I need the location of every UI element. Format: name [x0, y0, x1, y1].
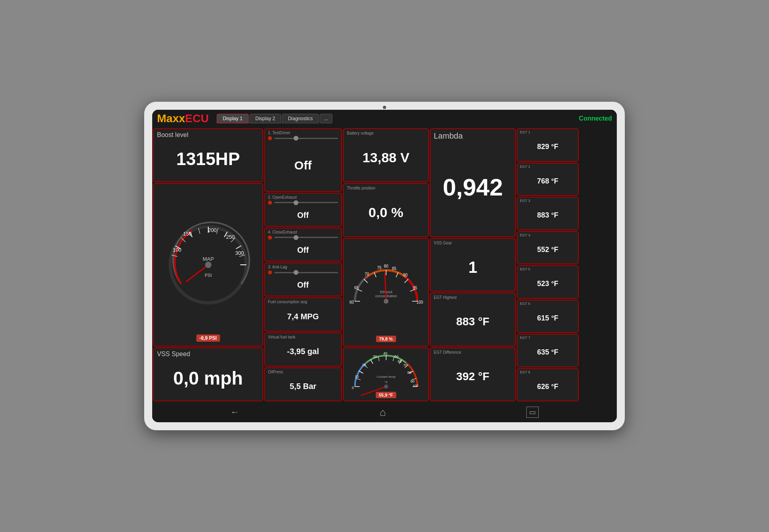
open-exhaust-switch [268, 201, 338, 205]
svg-text:100: 100 [416, 300, 423, 304]
top-bar: MaxxECU Display 1 Display 2 Diagnostics … [152, 110, 617, 127]
navigation-bar: ← ⌂ ▭ [152, 402, 617, 422]
virtual-fuel-tank-label: Virtual fuel tank [268, 335, 338, 339]
svg-text:300: 300 [235, 250, 244, 256]
back-button[interactable]: ← [230, 407, 239, 417]
lambda-corra-cell: EGT Highest 883 °F [430, 292, 516, 347]
svg-point-45 [384, 299, 389, 304]
svg-text:100: 100 [173, 247, 181, 253]
open-exhaust-label: 2. OpenExhaust [268, 195, 338, 200]
egt2-label: EGT 2 [520, 165, 576, 169]
fuel-consumption-label: Fuel consumption avg [268, 300, 338, 304]
egt4-cell: EGT 4552 °F [517, 231, 579, 265]
connection-status: Connected [579, 115, 612, 122]
logo-ecu: ECU [185, 112, 209, 125]
ethanol-gauge-cell: 60 65 70 75 80 85 90 95 100 Ethanol conc… [343, 238, 429, 347]
egt8-value: 626 °F [520, 374, 576, 400]
anti-lag-cell: 3. Anti-LagOff [264, 262, 342, 296]
egt4-label: EGT 4 [520, 233, 576, 237]
svg-line-48 [359, 371, 363, 373]
oil-press-value: 5,5 Bar [268, 374, 338, 399]
svg-text:90: 90 [403, 273, 408, 277]
screen: MaxxECU Display 1 Display 2 Diagnostics … [152, 110, 617, 422]
camera [383, 106, 386, 109]
anti-lag-label: 3. Anti-Lag [268, 265, 338, 269]
egt7-cell: EGT 7635 °F [517, 334, 579, 367]
fuel-consumption-value: 7,4 MPG [268, 304, 338, 329]
svg-text:70: 70 [364, 272, 369, 276]
ethanol-gauge-badge: 79,8 % [376, 336, 396, 342]
throttle-value: 0,0 % [347, 191, 425, 234]
logo-maxx: Maxx [157, 112, 185, 125]
lambda-corrb-label: EGT Difference [434, 350, 512, 355]
dashboard: Boost level 1315HP [152, 127, 617, 402]
coolant-gauge-badge: 55,9 °F [376, 392, 397, 398]
virtual-fuel-tank-value: -3,95 gal [268, 339, 338, 364]
egt5-value: 523 °F [520, 271, 576, 297]
svg-text:40: 40 [383, 351, 387, 355]
vss-speed-value: 0,0 mph [157, 358, 259, 399]
svg-point-22 [205, 262, 211, 268]
egt6-value: 615 °F [520, 306, 576, 331]
svg-text:50: 50 [394, 355, 398, 359]
svg-text:10: 10 [354, 375, 358, 379]
egt6-cell: EGT 6615 °F [517, 300, 579, 333]
open-exhaust-cell: 2. OpenExhaustOff [264, 193, 342, 227]
home-button[interactable]: ⌂ [380, 406, 386, 419]
tab-display2[interactable]: Display 2 [250, 114, 281, 123]
svg-text:85: 85 [392, 266, 397, 271]
egt4-value: 552 °F [520, 237, 576, 263]
egt6-label: EGT 6 [520, 302, 576, 306]
virtual-fuel-tank-cell: Virtual fuel tank-3,95 gal [264, 332, 342, 367]
egt2-cell: EGT 2768 °F [517, 163, 579, 196]
tab-diagnostics[interactable]: Diagnostics [282, 114, 319, 123]
coolant-gauge-svg: 0 10 20 30 40 Coolant temp 50 60 70 80 9… [348, 351, 424, 399]
svg-text:30: 30 [372, 355, 376, 359]
egt5-cell: EGT 5523 °F [517, 265, 579, 299]
tab-bar: Display 1 Display 2 Diagnostics ... [217, 114, 579, 123]
col2-container: 1. TestDriverOff2. OpenExhaustOff4. Clos… [264, 128, 342, 401]
svg-text:0: 0 [352, 386, 354, 390]
anti-lag-track [274, 272, 338, 273]
close-exhaust-label: 4. CloseExhaust [268, 230, 338, 234]
svg-text:95: 95 [413, 286, 417, 290]
lambda-cell: Lambda 0,942 [430, 128, 516, 237]
lambda-target-cell: VSS Gear 1 [430, 238, 516, 292]
boost-cell: Boost level 1315HP [153, 128, 263, 182]
coolant-gauge-cell: 0 10 20 30 40 Coolant temp 50 60 70 80 9… [343, 347, 429, 401]
svg-line-29 [404, 279, 408, 283]
open-exhaust-dot [268, 201, 272, 205]
svg-text:100: 100 [413, 384, 419, 387]
svg-text:PSI: PSI [205, 273, 212, 278]
svg-text:MAP: MAP [202, 256, 213, 262]
svg-text:90: 90 [410, 379, 414, 383]
throttle-label: Throttle position [347, 186, 425, 191]
svg-text:150: 150 [183, 231, 192, 237]
svg-point-73 [384, 385, 388, 389]
app-logo: MaxxECU [157, 112, 209, 125]
close-exhaust-value: Off [268, 241, 338, 259]
close-exhaust-cell: 4. CloseExhaustOff [264, 228, 342, 262]
egt1-value: 829 °F [520, 134, 576, 160]
svg-text:Coolant temp: Coolant temp [376, 375, 396, 379]
lambda-corra-label: EGT Highest [434, 295, 512, 300]
tab-more[interactable]: ... [320, 114, 332, 123]
egt8-cell: EGT 8626 °F [517, 368, 579, 402]
testdriver-value: Off [268, 142, 338, 189]
egt3-cell: EGT 3883 °F [517, 197, 579, 230]
recent-apps-button[interactable]: ▭ [526, 407, 539, 418]
svg-text:°F: °F [384, 381, 387, 384]
vss-speed-cell: VSS Speed 0,0 mph [153, 347, 263, 401]
close-exhaust-switch [268, 236, 338, 240]
oil-press-cell: OilPress5,5 Bar [264, 367, 342, 401]
svg-text:65: 65 [354, 286, 359, 290]
svg-text:20: 20 [362, 363, 366, 367]
open-exhaust-track [274, 202, 338, 203]
lambda-label: Lambda [434, 131, 512, 141]
map-gauge-svg: 50 100 150 200 250 300 MAP PSI [162, 219, 254, 311]
open-exhaust-value: Off [268, 206, 338, 224]
map-gauge-badge: -8,9 PSI [196, 335, 220, 342]
testdriver-switch [268, 136, 338, 140]
tablet-frame: MaxxECU Display 1 Display 2 Diagnostics … [144, 102, 625, 430]
tab-display1[interactable]: Display 1 [217, 114, 248, 123]
